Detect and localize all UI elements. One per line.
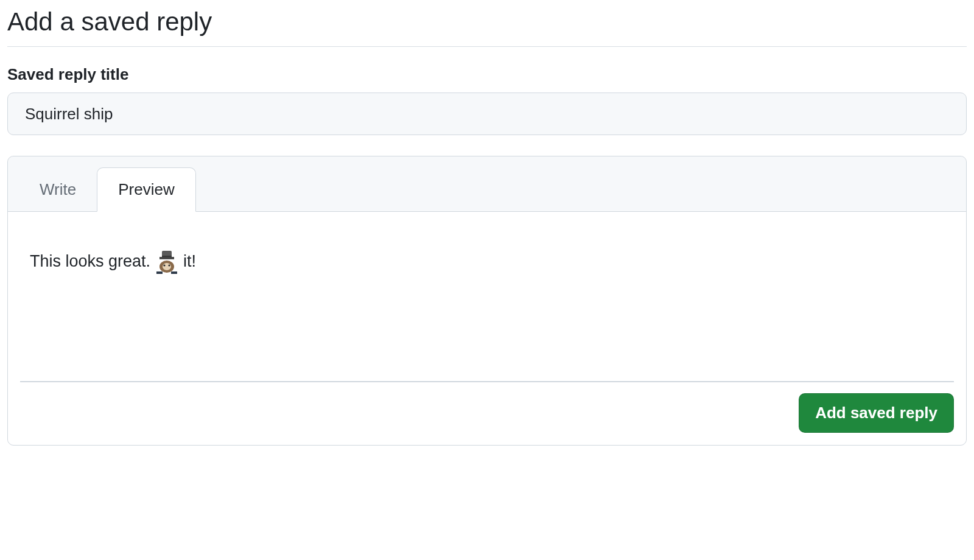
svg-point-5 bbox=[163, 264, 165, 266]
page-title: Add a saved reply bbox=[7, 7, 967, 47]
preview-text-before: This looks great. bbox=[30, 252, 150, 271]
tab-preview[interactable]: Preview bbox=[97, 167, 195, 212]
add-saved-reply-button[interactable]: Add saved reply bbox=[799, 393, 954, 433]
editor-tabs: Write Preview bbox=[8, 156, 966, 211]
shipit-squirrel-icon bbox=[154, 248, 180, 274]
svg-point-1 bbox=[163, 263, 171, 270]
editor-body: This looks great. bbox=[8, 211, 966, 445]
tab-write[interactable]: Write bbox=[19, 168, 97, 211]
preview-area: This looks great. bbox=[20, 224, 954, 382]
svg-point-6 bbox=[168, 264, 170, 266]
editor-actions: Add saved reply bbox=[20, 382, 954, 433]
reply-editor: Write Preview This looks great. bbox=[7, 156, 967, 446]
svg-rect-4 bbox=[162, 256, 172, 257]
title-field-label: Saved reply title bbox=[7, 65, 967, 84]
title-input[interactable] bbox=[7, 93, 967, 135]
preview-text-after: it! bbox=[183, 252, 196, 271]
